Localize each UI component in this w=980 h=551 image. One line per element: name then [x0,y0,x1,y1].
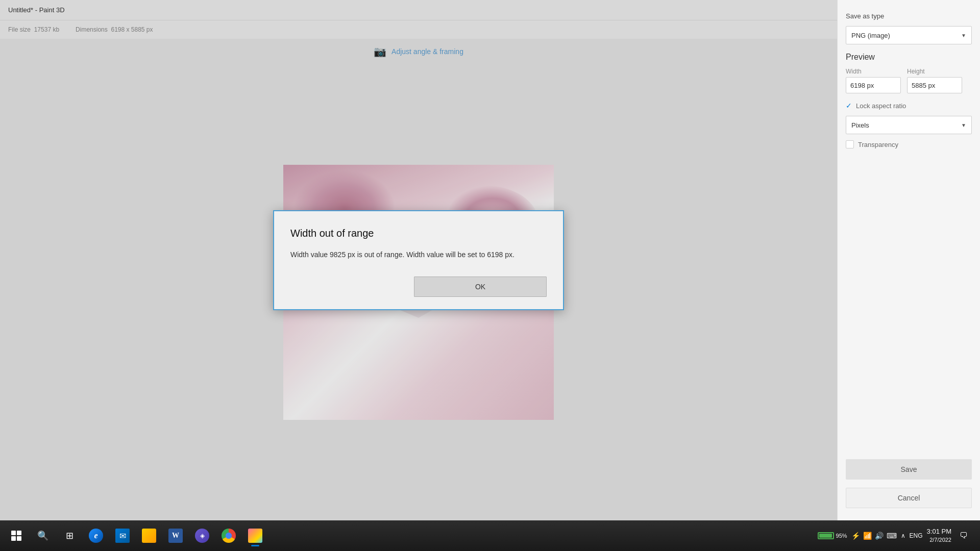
system-icons: ⚡ 📶 🔊 ⌨ [851,532,897,540]
battery-indicator: 95% [818,532,847,539]
taskbar-chrome[interactable] [216,523,241,548]
battery-bar [818,532,834,539]
paint3d-icon [248,529,262,543]
cancel-button[interactable]: Cancel [846,488,972,508]
notification-button[interactable]: 🗨 [955,528,972,544]
dialog-title: Width out of range [290,228,547,239]
height-input[interactable] [907,77,962,93]
clock-date: 2/7/2022 [927,536,951,543]
mail-icon: ✉ [115,529,130,543]
power-icon: ⚡ [851,532,860,540]
task-view-button[interactable]: ⊞ [57,523,82,548]
dimension-row: Width Height [846,68,972,93]
battery-percent: 95% [836,533,847,539]
language-indicator: ENG [910,532,923,539]
clock-time: 3:01 PM [927,528,951,536]
dialog-buttons: OK [290,277,547,297]
taskbar-file-explorer[interactable] [137,523,161,548]
battery-fill [819,534,832,538]
search-icon: 🔍 [37,530,48,541]
lock-aspect-ratio-row[interactable]: ✓ Lock aspect ratio [846,102,972,110]
transparency-checkbox[interactable] [846,140,854,148]
network-icon: 📶 [863,532,872,540]
system-tray-expand[interactable]: ∧ [901,532,905,539]
clock[interactable]: 3:01 PM 2/7/2022 [927,528,951,543]
save-type-dropdown[interactable]: PNG (image) ▼ [846,26,972,44]
taskbar-word[interactable]: W [163,523,188,548]
preview-label: Preview [846,53,972,62]
taskbar-ie[interactable]: e [84,523,108,548]
taskbar-blue-app[interactable]: ◈ [190,523,214,548]
taskbar-mail[interactable]: ✉ [110,523,135,548]
width-label: Width [846,68,901,75]
chrome-icon [222,529,236,543]
dialog-overlay: Width out of range Width value 9825 px i… [0,0,837,520]
dialog-message: Width value 9825 px is out of range. Wid… [290,249,547,260]
transparency-row[interactable]: Transparency [846,140,972,148]
word-icon: W [168,529,183,543]
transparency-label: Transparency [858,141,898,148]
save-button[interactable]: Save [846,459,972,480]
taskbar-paint3d[interactable] [243,523,267,548]
taskbar-right: 95% ⚡ 📶 🔊 ⌨ ∧ ENG 3:01 PM 2/7/2022 🗨 [818,528,976,544]
width-group: Width [846,68,901,93]
pixels-dropdown[interactable]: Pixels ▼ [846,116,972,134]
folder-icon [142,529,156,543]
lock-aspect-ratio-label: Lock aspect ratio [856,102,906,110]
windows-icon [11,531,21,541]
right-panel: Save as type PNG (image) ▼ Preview Width… [837,0,980,520]
task-view-icon: ⊞ [66,530,74,541]
speaker-icon: 🔊 [875,532,884,540]
height-group: Height [907,68,962,93]
start-button[interactable] [4,523,29,548]
keyboard-icon: ⌨ [887,532,897,540]
height-label: Height [907,68,962,75]
dialog-ok-button[interactable]: OK [414,277,547,297]
blue-app-icon: ◈ [195,529,209,543]
save-as-type-label: Save as type [846,12,972,20]
checkmark-icon: ✓ [846,102,852,110]
notification-icon: 🗨 [960,531,968,540]
pixels-chevron-icon: ▼ [961,122,966,128]
ie-icon: e [89,529,103,543]
taskbar: 🔍 ⊞ e ✉ W ◈ 95% [0,520,980,551]
chevron-down-icon: ▼ [961,33,966,38]
width-input[interactable] [846,77,901,93]
width-out-of-range-dialog: Width out of range Width value 9825 px i… [273,210,564,310]
search-button[interactable]: 🔍 [31,523,55,548]
